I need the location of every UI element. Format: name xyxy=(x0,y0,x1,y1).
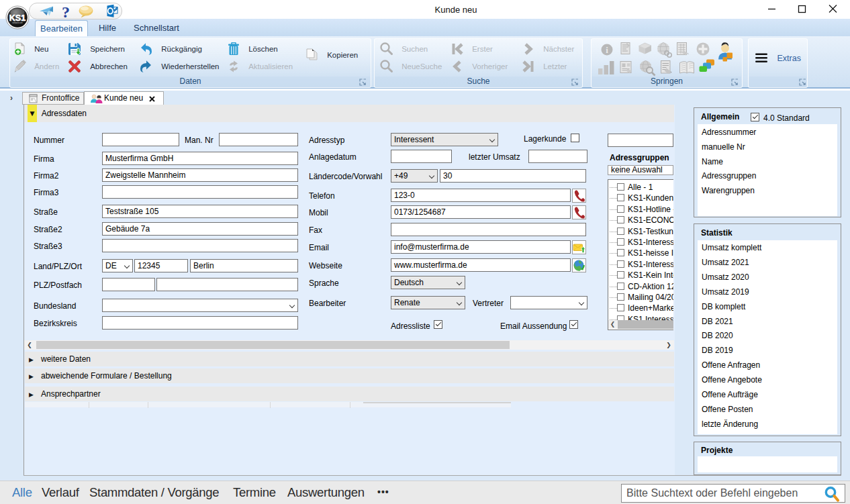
svg-text:software.com: software.com xyxy=(12,21,22,24)
svg-text:KS1: KS1 xyxy=(9,13,26,23)
svg-text:?: ? xyxy=(62,3,70,19)
svg-text:i: i xyxy=(606,45,608,55)
